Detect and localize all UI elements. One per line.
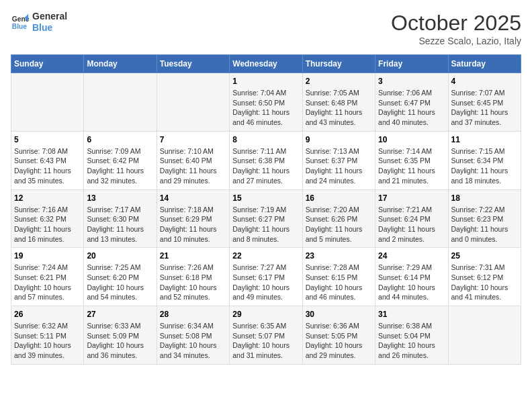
day-header-sunday: Sunday (11, 55, 84, 73)
day-number: 30 (306, 310, 372, 319)
calendar-cell (157, 73, 229, 132)
day-info: Sunrise: 6:38 AM Sunset: 5:04 PM Dayligh… (378, 321, 445, 361)
day-info: Sunrise: 6:34 AM Sunset: 5:08 PM Dayligh… (160, 321, 226, 361)
calendar-cell: 17Sunrise: 7:21 AM Sunset: 6:24 PM Dayli… (375, 189, 448, 248)
calendar-cell: 5Sunrise: 7:08 AM Sunset: 6:43 PM Daylig… (11, 131, 84, 189)
day-info: Sunrise: 7:05 AM Sunset: 6:48 PM Dayligh… (306, 88, 372, 128)
days-header-row: SundayMondayTuesdayWednesdayThursdayFrid… (11, 55, 521, 73)
day-number: 1 (232, 77, 299, 86)
calendar-cell: 7Sunrise: 7:10 AM Sunset: 6:40 PM Daylig… (157, 131, 229, 189)
page-header: General Blue General Blue October 2025 S… (11, 11, 521, 46)
month-title: October 2025 (391, 11, 521, 36)
week-row-4: 19Sunrise: 7:24 AM Sunset: 6:21 PM Dayli… (11, 248, 521, 306)
day-info: Sunrise: 7:15 AM Sunset: 6:34 PM Dayligh… (451, 146, 518, 186)
calendar-cell: 30Sunrise: 6:36 AM Sunset: 5:05 PM Dayli… (302, 306, 375, 365)
day-info: Sunrise: 7:22 AM Sunset: 6:23 PM Dayligh… (451, 205, 518, 244)
day-info: Sunrise: 7:07 AM Sunset: 6:45 PM Dayligh… (451, 88, 518, 128)
day-info: Sunrise: 7:17 AM Sunset: 6:30 PM Dayligh… (87, 205, 153, 244)
day-info: Sunrise: 6:33 AM Sunset: 5:09 PM Dayligh… (87, 321, 153, 361)
calendar-cell: 1Sunrise: 7:04 AM Sunset: 6:50 PM Daylig… (230, 73, 302, 132)
calendar-cell: 8Sunrise: 7:11 AM Sunset: 6:38 PM Daylig… (230, 131, 302, 189)
calendar-cell: 6Sunrise: 7:09 AM Sunset: 6:42 PM Daylig… (84, 131, 157, 189)
day-number: 31 (378, 310, 445, 319)
day-number: 23 (306, 251, 372, 261)
logo: General Blue General Blue (11, 11, 67, 34)
day-number: 20 (87, 251, 153, 261)
day-number: 24 (378, 251, 445, 261)
calendar-cell (11, 73, 84, 132)
day-number: 6 (87, 135, 153, 144)
day-header-monday: Monday (84, 55, 157, 73)
day-info: Sunrise: 7:29 AM Sunset: 6:14 PM Dayligh… (378, 263, 445, 302)
calendar-cell: 31Sunrise: 6:38 AM Sunset: 5:04 PM Dayli… (375, 306, 448, 365)
day-info: Sunrise: 7:09 AM Sunset: 6:42 PM Dayligh… (87, 146, 153, 186)
title-block: October 2025 Sezze Scalo, Lazio, Italy (391, 11, 521, 46)
day-number: 29 (232, 310, 299, 319)
day-info: Sunrise: 6:36 AM Sunset: 5:05 PM Dayligh… (306, 321, 372, 361)
day-info: Sunrise: 7:28 AM Sunset: 6:15 PM Dayligh… (306, 263, 372, 302)
location-subtitle: Sezze Scalo, Lazio, Italy (391, 36, 521, 46)
day-number: 18 (451, 193, 518, 203)
calendar-cell: 25Sunrise: 7:31 AM Sunset: 6:12 PM Dayli… (448, 248, 521, 306)
calendar-cell: 3Sunrise: 7:06 AM Sunset: 6:47 PM Daylig… (375, 73, 448, 132)
day-info: Sunrise: 7:26 AM Sunset: 6:18 PM Dayligh… (160, 263, 226, 302)
day-number: 4 (451, 77, 518, 86)
day-info: Sunrise: 7:04 AM Sunset: 6:50 PM Dayligh… (232, 88, 299, 128)
calendar-cell: 26Sunrise: 6:32 AM Sunset: 5:11 PM Dayli… (11, 306, 84, 365)
day-number: 7 (160, 135, 226, 144)
day-info: Sunrise: 7:25 AM Sunset: 6:20 PM Dayligh… (87, 263, 153, 302)
calendar-cell: 27Sunrise: 6:33 AM Sunset: 5:09 PM Dayli… (84, 306, 157, 365)
day-number: 13 (87, 193, 153, 203)
day-number: 10 (378, 135, 445, 144)
day-info: Sunrise: 6:32 AM Sunset: 5:11 PM Dayligh… (14, 321, 81, 361)
calendar-cell: 28Sunrise: 6:34 AM Sunset: 5:08 PM Dayli… (157, 306, 229, 365)
day-number: 19 (14, 251, 81, 261)
day-info: Sunrise: 7:20 AM Sunset: 6:26 PM Dayligh… (306, 205, 372, 244)
calendar-cell: 18Sunrise: 7:22 AM Sunset: 6:23 PM Dayli… (448, 189, 521, 248)
week-row-1: 1Sunrise: 7:04 AM Sunset: 6:50 PM Daylig… (11, 73, 521, 132)
calendar-cell (84, 73, 157, 132)
day-info: Sunrise: 7:21 AM Sunset: 6:24 PM Dayligh… (378, 205, 445, 244)
day-info: Sunrise: 7:08 AM Sunset: 6:43 PM Dayligh… (14, 146, 81, 186)
day-number: 11 (451, 135, 518, 144)
day-number: 9 (306, 135, 372, 144)
calendar-cell (448, 306, 521, 365)
calendar-cell: 29Sunrise: 6:35 AM Sunset: 5:07 PM Dayli… (230, 306, 302, 365)
calendar-cell: 15Sunrise: 7:19 AM Sunset: 6:27 PM Dayli… (230, 189, 302, 248)
day-info: Sunrise: 7:27 AM Sunset: 6:17 PM Dayligh… (232, 263, 299, 302)
day-info: Sunrise: 7:19 AM Sunset: 6:27 PM Dayligh… (232, 205, 299, 244)
day-info: Sunrise: 7:13 AM Sunset: 6:37 PM Dayligh… (306, 146, 372, 186)
logo-icon: General Blue (11, 13, 30, 32)
day-number: 25 (451, 251, 518, 261)
calendar-cell: 12Sunrise: 7:16 AM Sunset: 6:32 PM Dayli… (11, 189, 84, 248)
day-number: 26 (14, 310, 81, 319)
day-info: Sunrise: 7:11 AM Sunset: 6:38 PM Dayligh… (232, 146, 299, 186)
week-row-3: 12Sunrise: 7:16 AM Sunset: 6:32 PM Dayli… (11, 189, 521, 248)
calendar-cell: 10Sunrise: 7:14 AM Sunset: 6:35 PM Dayli… (375, 131, 448, 189)
calendar-cell: 23Sunrise: 7:28 AM Sunset: 6:15 PM Dayli… (302, 248, 375, 306)
day-number: 2 (306, 77, 372, 86)
svg-text:Blue: Blue (12, 23, 28, 30)
calendar-cell: 9Sunrise: 7:13 AM Sunset: 6:37 PM Daylig… (302, 131, 375, 189)
calendar-table: SundayMondayTuesdayWednesdayThursdayFrid… (11, 54, 521, 365)
calendar-cell: 16Sunrise: 7:20 AM Sunset: 6:26 PM Dayli… (302, 189, 375, 248)
day-info: Sunrise: 7:06 AM Sunset: 6:47 PM Dayligh… (378, 88, 445, 128)
calendar-cell: 21Sunrise: 7:26 AM Sunset: 6:18 PM Dayli… (157, 248, 229, 306)
day-number: 8 (232, 135, 299, 144)
day-number: 3 (378, 77, 445, 86)
calendar-cell: 22Sunrise: 7:27 AM Sunset: 6:17 PM Dayli… (230, 248, 302, 306)
day-header-thursday: Thursday (302, 55, 375, 73)
day-number: 27 (87, 310, 153, 319)
day-header-tuesday: Tuesday (157, 55, 229, 73)
day-number: 21 (160, 251, 226, 261)
day-info: Sunrise: 7:14 AM Sunset: 6:35 PM Dayligh… (378, 146, 445, 186)
logo-line2: Blue (32, 22, 67, 34)
calendar-cell: 2Sunrise: 7:05 AM Sunset: 6:48 PM Daylig… (302, 73, 375, 132)
day-header-friday: Friday (375, 55, 448, 73)
week-row-5: 26Sunrise: 6:32 AM Sunset: 5:11 PM Dayli… (11, 306, 521, 365)
day-info: Sunrise: 7:31 AM Sunset: 6:12 PM Dayligh… (451, 263, 518, 302)
day-header-wednesday: Wednesday (230, 55, 302, 73)
day-number: 12 (14, 193, 81, 203)
calendar-cell: 13Sunrise: 7:17 AM Sunset: 6:30 PM Dayli… (84, 189, 157, 248)
calendar-cell: 4Sunrise: 7:07 AM Sunset: 6:45 PM Daylig… (448, 73, 521, 132)
